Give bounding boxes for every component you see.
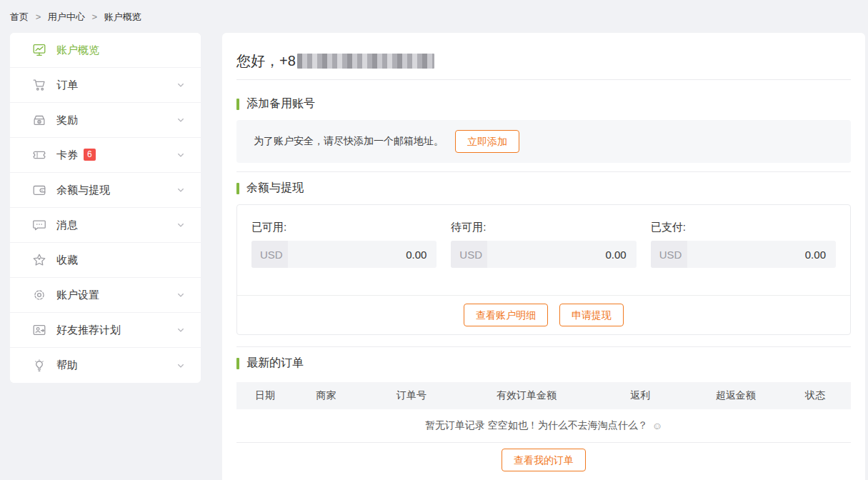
divider — [236, 442, 851, 443]
balance-field-paid: 已支付: USD 0.00 — [651, 221, 836, 268]
divider — [236, 171, 851, 172]
column-header-extra-rebate: 超返金额 — [692, 389, 779, 402]
balance-pending-field: USD 0.00 — [451, 241, 636, 268]
breadcrumb-current: 账户概览 — [104, 11, 141, 22]
page-layout: 账户概览 订单 奖励 — [0, 33, 868, 480]
sidebar-item-label: 收藏 — [56, 254, 185, 267]
breadcrumb-home[interactable]: 首页 — [10, 11, 29, 22]
column-header-order-number: 订单号 — [359, 389, 464, 402]
greeting: 您好，+8 — [236, 33, 851, 79]
sidebar-item-coupons[interactable]: 卡券6 — [10, 138, 201, 173]
chevron-down-icon — [176, 326, 185, 334]
green-bar — [236, 99, 239, 110]
wallet-icon — [31, 182, 47, 198]
balance-box: 已可用: USD 0.00 待可用: USD 0.00 已支付: — [236, 204, 851, 335]
chevron-down-icon — [176, 291, 185, 299]
favorites-star-icon — [31, 252, 47, 268]
add-now-button[interactable]: 立即添加 — [455, 130, 519, 153]
column-header-status: 状态 — [779, 389, 851, 402]
sidebar-item-label: 消息 — [56, 219, 176, 232]
sidebar-item-label: 好友推荐计划 — [56, 324, 176, 337]
sidebar-item-label: 帮助 — [56, 359, 176, 372]
request-withdraw-button[interactable]: 申请提现 — [559, 304, 624, 326]
sidebar-item-rewards[interactable]: 奖励 — [10, 103, 201, 138]
green-bar — [236, 358, 239, 369]
masked-phone-number — [297, 54, 434, 69]
balance-paid-value: 0.00 — [687, 241, 836, 268]
sidebar-item-help[interactable]: 帮助 — [10, 348, 201, 383]
sidebar-item-account-overview[interactable]: 账户概览 — [10, 33, 201, 68]
rewards-icon — [31, 112, 47, 128]
orders-table-header: 日期 商家 订单号 有效订单金额 返利 超返金额 状态 — [236, 382, 851, 409]
column-header-valid-amount: 有效订单金额 — [464, 389, 589, 402]
chevron-down-icon — [176, 186, 185, 194]
chevron-down-icon — [176, 361, 185, 370]
balance-available-value: 0.00 — [288, 241, 437, 268]
sidebar: 账户概览 订单 奖励 — [10, 33, 201, 383]
orders-footer: 查看我的订单 — [236, 449, 851, 471]
sidebar-item-referral-program[interactable]: 好友推荐计划 — [10, 313, 201, 348]
section-title-balance: 余额与提现 — [236, 181, 851, 196]
greeting-text: 您好，+8 — [236, 51, 296, 71]
main-panel: 您好，+8 添加备用账号 为了账户安全，请尽快添加一个邮箱地址。 立即添加 余额… — [222, 33, 865, 480]
currency-prefix: USD — [451, 241, 487, 268]
coupons-ticket-icon — [31, 147, 47, 163]
view-my-orders-button[interactable]: 查看我的订单 — [502, 449, 586, 471]
sidebar-item-label: 订单 — [56, 79, 176, 92]
currency-prefix: USD — [251, 241, 288, 268]
currency-prefix: USD — [651, 241, 687, 268]
sidebar-item-label: 卡券6 — [56, 149, 176, 162]
sidebar-item-label: 奖励 — [56, 114, 176, 127]
breadcrumb: 首页 > 用户中心 > 账户概览 — [0, 0, 868, 33]
referral-icon — [31, 322, 47, 338]
sidebar-item-favorites[interactable]: 收藏 — [10, 243, 201, 278]
sidebar-item-account-settings[interactable]: 账户设置 — [10, 278, 201, 313]
balance-field-label: 已支付: — [651, 221, 836, 234]
orders-empty-state: 暂无订单记录 空空如也！为什么不去海淘点什么？ ☺ — [236, 409, 851, 442]
breadcrumb-separator: > — [36, 11, 41, 22]
sidebar-item-balance-withdraw[interactable]: 余额与提现 — [10, 173, 201, 208]
coupons-count-badge: 6 — [84, 149, 96, 161]
sidebar-item-label: 账户设置 — [56, 289, 176, 302]
backup-account-notice: 为了账户安全，请尽快添加一个邮箱地址。 立即添加 — [236, 120, 851, 163]
help-bulb-icon — [31, 358, 47, 374]
orders-cart-icon — [31, 77, 47, 93]
sidebar-item-orders[interactable]: 订单 — [10, 68, 201, 103]
balance-field-available: 已可用: USD 0.00 — [251, 221, 437, 268]
notice-text: 为了账户安全，请尽快添加一个邮箱地址。 — [254, 135, 444, 148]
sidebar-item-label: 余额与提现 — [56, 184, 176, 197]
view-account-details-button[interactable]: 查看账户明细 — [464, 304, 548, 326]
chevron-down-icon — [176, 221, 185, 229]
balance-actions: 查看账户明细 申请提现 — [237, 295, 850, 334]
sidebar-item-label: 账户概览 — [56, 44, 185, 57]
settings-gear-icon — [31, 287, 47, 303]
breadcrumb-user-center[interactable]: 用户中心 — [48, 11, 85, 22]
green-bar — [236, 183, 239, 194]
balance-pending-value: 0.00 — [487, 241, 636, 268]
section-title-latest-orders: 最新的订单 — [236, 356, 851, 371]
balance-field-label: 已可用: — [251, 221, 437, 234]
overview-icon — [31, 42, 47, 58]
chevron-down-icon — [176, 116, 185, 124]
balance-field-pending: 待可用: USD 0.00 — [451, 221, 636, 268]
messages-icon — [31, 217, 47, 233]
divider — [236, 346, 851, 347]
balance-field-label: 待可用: — [451, 221, 636, 234]
column-header-merchant: 商家 — [294, 389, 359, 402]
empty-state-text: 暂无订单记录 空空如也！为什么不去海淘点什么？ — [425, 419, 648, 432]
chevron-down-icon — [176, 151, 185, 159]
column-header-date: 日期 — [236, 389, 294, 402]
divider — [236, 79, 851, 80]
smiley-icon: ☺ — [652, 420, 662, 431]
column-header-rebate: 返利 — [589, 389, 692, 402]
balance-available-field: USD 0.00 — [251, 241, 437, 268]
balance-fields: 已可用: USD 0.00 待可用: USD 0.00 已支付: — [237, 205, 850, 295]
section-title-add-backup: 添加备用账号 — [236, 96, 851, 111]
balance-paid-field: USD 0.00 — [651, 241, 836, 268]
breadcrumb-separator: > — [91, 11, 97, 22]
sidebar-item-messages[interactable]: 消息 — [10, 208, 201, 243]
chevron-down-icon — [176, 81, 185, 89]
